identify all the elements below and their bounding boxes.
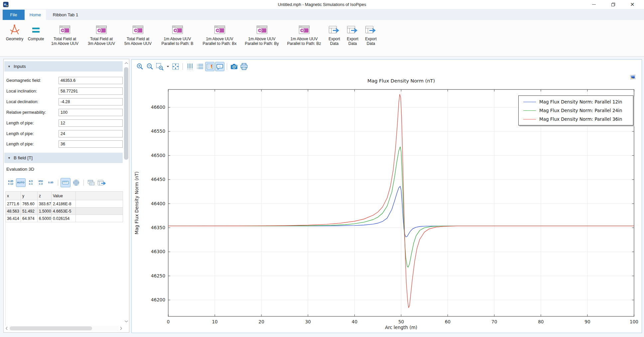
tab-file[interactable]: File (3, 10, 25, 20)
tab-ribbon-tab-1[interactable]: Ribbon Tab 1 (46, 10, 85, 20)
ribbon-button-export-data-2[interactable]: ExportData (343, 22, 362, 46)
tab-home[interactable]: Home (25, 10, 46, 20)
table-row[interactable]: 48.56351.4921.50004.6653E-5 (6, 208, 123, 215)
table-cell: 51.492 (21, 208, 38, 215)
x-tick-label: 10 (212, 319, 218, 324)
table-cell: 36.414 (6, 215, 21, 222)
column-header-z: z (38, 192, 52, 200)
copy-table-button[interactable] (86, 178, 96, 187)
plot-window-icon (172, 23, 184, 36)
chevron-left-icon (5, 326, 8, 330)
results-table: xyzValue2771.6765.60383.672.4186E-848.56… (5, 191, 123, 222)
ribbon-button-total-field-3m[interactable]: Total Field at3m Above UUV (83, 22, 120, 46)
ribbon-button-parallel-path-by[interactable]: 1m Above UUVParallel to Path: By (241, 22, 283, 46)
notation-decimal-button[interactable]: 0.85 (46, 178, 56, 187)
field-relative-permeability-4[interactable] (59, 109, 123, 116)
zoom-extents-button[interactable] (171, 62, 180, 71)
ribbon-button-geometry[interactable]: Geometry (4, 22, 25, 41)
inputs-section-header[interactable]: ▼ Inputs (4, 61, 123, 72)
ribbon-button-parallel-path-bx[interactable]: 1m Above UUVParallel to Path: Bx (198, 22, 241, 46)
column-header-y: y (21, 192, 38, 200)
graphics-window: 0102030405060708090100462004625046300463… (131, 59, 642, 333)
plot-tooltips-button[interactable] (215, 62, 224, 71)
ribbon-button-label: ExportData (347, 37, 358, 46)
ribbon-button-label: ExportData (328, 37, 340, 46)
export-table-button[interactable] (97, 178, 107, 187)
field-geomagnetic-field-1[interactable] (59, 77, 123, 84)
zoom-box-button[interactable] (155, 62, 165, 71)
show-legends-button[interactable] (205, 62, 214, 71)
vertical-scrollbar-thumb[interactable] (124, 67, 128, 160)
ribbon-button-label: Total Field at3m Above UUV (88, 37, 115, 46)
notation-engineering-button[interactable]: 8.5e-1 (26, 178, 36, 187)
horizontal-scrollbar-thumb[interactable] (10, 326, 92, 330)
column-header-Value: Value (52, 192, 76, 200)
toolbar-separator (227, 63, 227, 70)
ribbon-button-parallel-path-b[interactable]: 1m Above UUVParallel to Path: B (156, 22, 198, 46)
notation-scientific-button[interactable]: 8.85e-12 (6, 178, 15, 187)
x-tick-label: 60 (445, 319, 451, 324)
field-length-of-pipe-6[interactable] (59, 130, 123, 137)
ribbon-button-export-data-1[interactable]: ExportData (325, 22, 343, 46)
y-axis-label: Mag Flux Density Norm (nT) (134, 171, 139, 234)
scroll-up-button[interactable] (123, 61, 129, 66)
notation-compact-button[interactable]: 850e-3 (36, 178, 46, 187)
restore-icon (611, 2, 615, 7)
bfield-section-header[interactable]: ▼ B field [T] (4, 153, 123, 163)
window-title: Untitled.mph - Magnetic Simulations of I… (0, 0, 644, 9)
plot-window-icon (95, 23, 107, 36)
field-length-of-pipe-5[interactable] (59, 119, 123, 127)
ribbon-button-total-field-1m[interactable]: Total Field at1m Above UUV (47, 22, 83, 46)
y-axis-grid-button[interactable] (195, 62, 204, 71)
display-units-button[interactable] (71, 178, 81, 187)
image-snapshot-button[interactable] (229, 62, 239, 71)
chevron-right-icon (120, 326, 122, 330)
bfield-section-title: B field [T] (14, 155, 33, 160)
settings-panel: ▼ Inputs Geomagnetic field:Local inclina… (3, 59, 129, 333)
x-tick-label: 20 (259, 319, 264, 324)
field-label-relative-permeability: Relative permeability: (6, 110, 46, 115)
restore-button[interactable] (605, 0, 621, 9)
scroll-right-button[interactable] (119, 326, 123, 331)
print-button[interactable] (239, 62, 249, 71)
ribbon-button-parallel-path-bz[interactable]: 1m Above UUVParallel to Path: Bz (283, 22, 325, 46)
x-axis-grid-button[interactable] (185, 62, 194, 71)
evaluation-3d-label: Evaluation 3D (6, 167, 34, 172)
table-row[interactable]: 2771.6765.60383.672.4186E-8 (6, 200, 123, 208)
field-local-declination-3[interactable] (59, 98, 123, 105)
table-cell: 383.67 (38, 200, 52, 208)
ribbon-button-compute[interactable]: Compute (25, 22, 47, 41)
scroll-down-button[interactable] (123, 319, 129, 324)
y-tick-label: 46400 (151, 201, 165, 206)
y-tick-label: 46350 (151, 225, 165, 230)
field-label-length-of-pipe: Length of pipe: (6, 131, 34, 136)
scroll-left-button[interactable] (4, 326, 9, 331)
table-row[interactable]: 36.41464.9746.50000.026154 (6, 215, 123, 222)
ribbon-button-label: 1m Above UUVParallel to Path: By (245, 37, 279, 46)
close-button[interactable]: ✕ (625, 0, 640, 9)
field-local-inclination-2[interactable] (59, 87, 123, 95)
zoom-box-dropdown-button[interactable] (165, 62, 170, 71)
table-cell: 6.5000 (38, 215, 52, 222)
close-icon: ✕ (630, 1, 634, 8)
ribbon-button-label: Geometry (6, 37, 24, 41)
export-data-icon (346, 23, 359, 36)
table-left-border (5, 222, 6, 326)
legend-label: Mag Flux Density Norm: Parallel 36in (539, 116, 622, 122)
x-tick-label: 30 (305, 319, 311, 324)
zoom-in-button[interactable] (135, 62, 145, 71)
table-cell (76, 208, 123, 215)
ribbon-button-export-data-3[interactable]: ExportData (362, 22, 380, 46)
legend-label: Mag Flux Density Norm: Parallel 24in (539, 108, 622, 113)
minimize-button[interactable] (586, 0, 601, 9)
full-precision-button[interactable] (61, 178, 70, 187)
plot-window-icon (214, 23, 226, 36)
notation-automatic-button[interactable]: AUTO (16, 178, 26, 187)
ribbon-button-label: ExportData (365, 37, 377, 46)
plot-title: Mag Flux Density Norm (nT) (367, 78, 435, 84)
field-length-of-pipe-7[interactable] (59, 140, 123, 148)
zoom-out-button[interactable] (145, 62, 155, 71)
y-tick-label: 46300 (151, 249, 165, 254)
ribbon-button-total-field-5m[interactable]: Total Field at5m Above UUV (120, 22, 156, 46)
plot-window-icon[interactable] (629, 74, 637, 81)
